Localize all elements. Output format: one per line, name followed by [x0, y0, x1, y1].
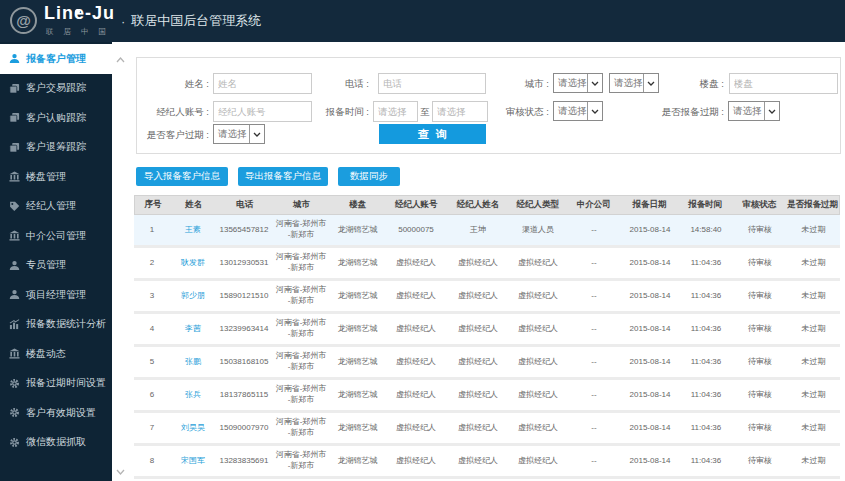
table-cell: 待审核 [733, 347, 787, 377]
query-button[interactable]: 查询 [379, 124, 486, 144]
table-cell: 河南省-郑州市 -新郑市 [272, 413, 330, 443]
customer-name-link[interactable]: 宋国军 [170, 446, 216, 476]
table-row: 8宋国军13283835691河南省-郑州市 -新郑市龙湖锦艺城虚拟经纪人虚拟经… [134, 446, 840, 479]
table-cell: 虚拟经纪人 [447, 380, 509, 410]
table-cell: -- [567, 248, 621, 278]
table-cell: 2015-08-14 [621, 314, 679, 344]
logo-brand-text: Line-Ju [44, 3, 115, 24]
table-row: 3郭少朋15890121510河南省-郑州市 -新郑市龙湖锦艺城虚拟经纪人虚拟经… [134, 281, 840, 314]
table-cell: 未过期 [787, 281, 840, 311]
bank-icon [9, 230, 20, 241]
chevron-down-icon [764, 102, 779, 120]
table-row: 2耿发群13012930531河南省-郑州市 -新郑市龙湖锦艺城虚拟经纪人虚拟经… [134, 248, 840, 281]
table-cell: 龙湖锦艺城 [330, 281, 385, 311]
sidebar-scroll-up-icon[interactable] [112, 54, 128, 66]
sidebar-item-label: 楼盘动态 [26, 347, 66, 361]
title-separator: · [121, 14, 125, 29]
table-cell: 虚拟经纪人 [447, 314, 509, 344]
report-time-start-input[interactable] [373, 101, 418, 122]
sidebar-item[interactable]: 专员管理 [0, 251, 112, 281]
table-cell: 龙湖锦艺城 [330, 314, 385, 344]
table-cell: 2015-08-14 [621, 413, 679, 443]
customer-name-link[interactable]: 刘昊昊 [170, 413, 216, 443]
table-cell: 虚拟经纪人 [509, 413, 567, 443]
column-header: 楼盘 [330, 196, 385, 214]
sidebar-item[interactable]: 经纪人管理 [0, 192, 112, 222]
sidebar-item[interactable]: 客户退筹跟踪 [0, 133, 112, 163]
table-cell: 河南省-郑州市 -新郑市 [272, 380, 330, 410]
customer-name-link[interactable]: 王素 [170, 215, 216, 245]
bank-icon [9, 171, 20, 182]
table-cell: 未过期 [787, 413, 840, 443]
table-cell: 待审核 [733, 446, 787, 476]
import-button[interactable]: 导入报备客户信息 [136, 167, 228, 186]
table-cell: 未过期 [787, 380, 840, 410]
customer-name-link[interactable]: 耿发群 [170, 248, 216, 278]
sidebar-item[interactable]: 客户有效期设置 [0, 398, 112, 428]
table-cell: 虚拟经纪人 [447, 413, 509, 443]
table-cell: 虚拟经纪人 [447, 446, 509, 476]
sync-button[interactable]: 数据同步 [338, 167, 400, 186]
action-buttons: 导入报备客户信息 导出报备客户信息 数据同步 [136, 167, 410, 186]
gear-icon [9, 437, 20, 448]
sidebar-item[interactable]: 报备客户管理 [0, 44, 128, 74]
sidebar-item[interactable]: 楼盘管理 [0, 162, 112, 192]
sidebar-item[interactable]: 楼盘动态 [0, 339, 112, 369]
customer-name-link[interactable]: 郭少朋 [170, 281, 216, 311]
sidebar-item-label: 微信数据抓取 [26, 435, 86, 449]
column-header: 姓名 [171, 196, 217, 214]
table-row: 1王素13565457812河南省-郑州市 -新郑市龙湖锦艺城50000075王… [134, 215, 840, 248]
customer-name-link[interactable]: 李茜 [170, 314, 216, 344]
customer-expired-label: 是否客户过期 : [137, 124, 209, 145]
sidebar-item[interactable]: 微信数据抓取 [0, 428, 112, 458]
chevron-down-icon [249, 125, 264, 143]
table-cell: -- [567, 281, 621, 311]
sidebar-item-label: 客户退筹跟踪 [26, 140, 86, 154]
user-icon [9, 289, 20, 300]
table-cell: 2015-08-14 [621, 248, 679, 278]
logo-at-icon: @ [10, 7, 37, 34]
table-cell: 1 [134, 215, 170, 245]
sidebar-scroll-down-icon[interactable] [112, 466, 128, 478]
admin-page: @ Line-Ju 联居中国 · 联居中国后台管理系统 报备客户管理客户交易跟踪… [0, 0, 845, 481]
city-label: 城市 : [429, 73, 549, 94]
customer-name-link[interactable]: 张鹏 [170, 347, 216, 377]
table-cell: 龙湖锦艺城 [330, 347, 385, 377]
column-header: 电话 [217, 196, 273, 214]
sidebar-item-label: 报备过期时间设置 [26, 376, 106, 390]
export-button[interactable]: 导出报备客户信息 [238, 167, 328, 186]
table-body: 1王素13565457812河南省-郑州市 -新郑市龙湖锦艺城50000075王… [134, 215, 840, 479]
sidebar-item[interactable]: 报备过期时间设置 [0, 369, 112, 399]
table-cell: 2015-08-14 [621, 446, 679, 476]
table-cell: 待审核 [733, 281, 787, 311]
sidebar-item[interactable]: 报备数据统计分析 [0, 310, 112, 340]
table-cell: 虚拟经纪人 [447, 248, 509, 278]
sidebar-item-label: 楼盘管理 [26, 170, 66, 184]
table-cell: -- [567, 347, 621, 377]
table-cell: -- [567, 446, 621, 476]
customer-expired-select[interactable]: 请选择 [213, 124, 265, 144]
logo-dot [75, 9, 80, 14]
agent-account-label: 经纪人账号 : [137, 101, 209, 122]
table-cell: 虚拟经纪人 [385, 446, 447, 476]
table-cell: 18137865115 [216, 380, 272, 410]
sidebar-item[interactable]: 客户交易跟踪 [0, 74, 112, 104]
table-cell: -- [567, 314, 621, 344]
table-cell: 河南省-郑州市 -新郑市 [272, 446, 330, 476]
sidebar-item[interactable]: 中介公司管理 [0, 221, 112, 251]
page-title: · 联居中国后台管理系统 [121, 0, 261, 42]
table-cell: 11:04:36 [679, 380, 733, 410]
table-cell: 11:04:36 [679, 446, 733, 476]
stack-icon [9, 112, 20, 123]
audit-status-select[interactable]: 请选择 [553, 101, 603, 121]
table-cell: 龙湖锦艺城 [330, 446, 385, 476]
sidebar-item[interactable]: 项目经理管理 [0, 280, 112, 310]
table-cell: 王坤 [447, 215, 509, 245]
customer-name-link[interactable]: 张兵 [170, 380, 216, 410]
property-input[interactable] [729, 73, 838, 94]
city-province-select[interactable]: 请选择 [553, 73, 603, 93]
chevron-down-icon [587, 102, 602, 120]
report-expired-select[interactable]: 请选择 [728, 101, 780, 121]
sidebar-item[interactable]: 客户认购跟踪 [0, 103, 112, 133]
table-cell: 待审核 [733, 314, 787, 344]
